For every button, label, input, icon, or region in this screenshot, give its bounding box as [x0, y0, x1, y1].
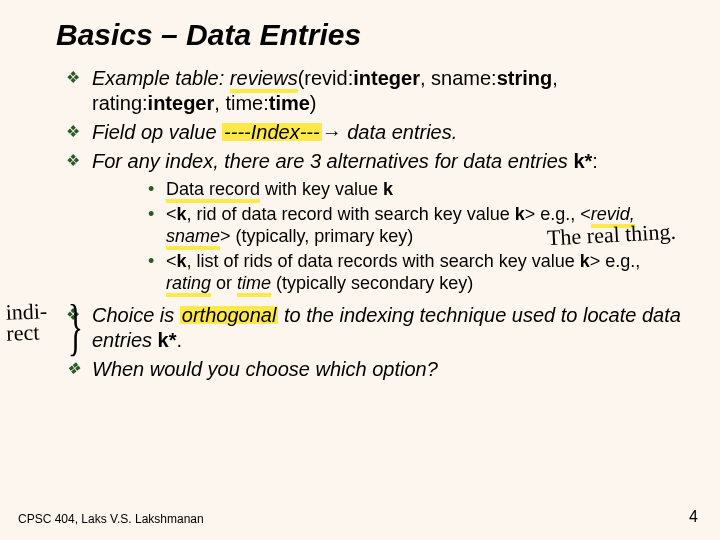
bullet-alternatives: For any index, there are 3 alternatives … — [66, 149, 684, 295]
bullet-field-op: Field op value ----Index---→ data entrie… — [66, 120, 684, 145]
sub-rid-list: <k, list of rids of data records with se… — [148, 250, 684, 295]
sub-list: Data record with key value k <k, rid of … — [118, 178, 684, 295]
main-list: Example table: reviews(revid:integer, sn… — [56, 66, 684, 382]
sub-data-record: Data record with key value k — [148, 178, 684, 201]
slide-number: 4 — [689, 508, 698, 526]
bullet-example-table: Example table: reviews(revid:integer, sn… — [66, 66, 684, 116]
footer-author: CPSC 404, Laks V.S. Lakshmanan — [18, 512, 204, 526]
bullet-when: When would you choose which option? — [66, 357, 684, 382]
slide-title: Basics – Data Entries — [56, 18, 684, 52]
sub-rid: <k, rid of data record with search key v… — [148, 203, 684, 248]
bullet-choice: Choice is orthogonal to the indexing tec… — [66, 303, 684, 353]
slide: Basics – Data Entries Example table: rev… — [0, 0, 720, 540]
handwriting-indirect: indi- rect — [5, 301, 48, 344]
